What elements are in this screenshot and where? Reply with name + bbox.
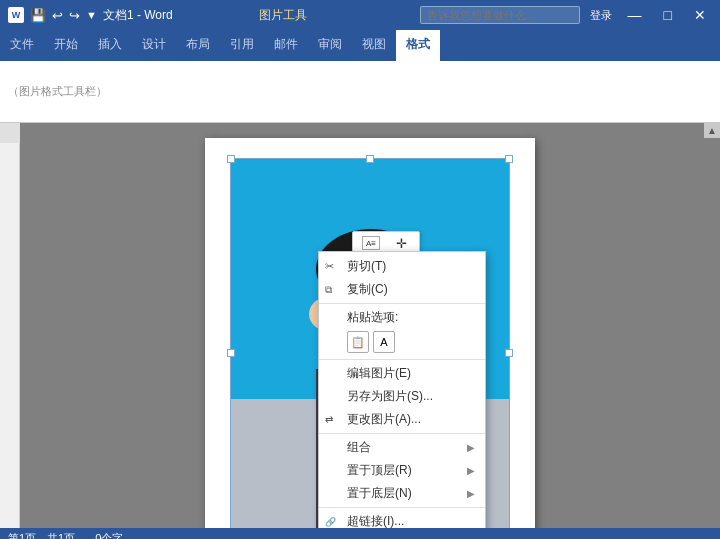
- group-label: 组合: [347, 439, 371, 456]
- document-area: ▲: [20, 123, 720, 528]
- style-icon: A≡: [362, 236, 380, 250]
- status-bar: 第1页，共1页 0个字: [0, 528, 720, 539]
- bring-front-arrow: ▶: [467, 465, 475, 476]
- context-menu-group[interactable]: 组合 ▶: [319, 436, 485, 459]
- change-image-label: 更改图片(A)...: [347, 411, 421, 428]
- copy-icon: ⧉: [325, 284, 332, 296]
- paste-icons-row: 📋 A: [319, 329, 485, 357]
- separator-2: [319, 359, 485, 360]
- title-bar-left: W 💾 ↩ ↪ ▼ 文档1 - Word 图片工具: [8, 7, 307, 24]
- context-menu-bring-front[interactable]: 置于顶层(R) ▶: [319, 459, 485, 482]
- hyperlink-icon: 🔗: [325, 517, 336, 527]
- handle-top-left[interactable]: [227, 155, 235, 163]
- login-button[interactable]: 登录: [590, 8, 612, 23]
- scrollbar[interactable]: ▲: [704, 123, 720, 138]
- context-menu-cut[interactable]: ✂ 剪切(T): [319, 255, 485, 278]
- tab-home[interactable]: 开始: [44, 30, 88, 61]
- save-icon[interactable]: 💾: [30, 8, 46, 23]
- tab-layout[interactable]: 布局: [176, 30, 220, 61]
- undo-icon[interactable]: ↩: [52, 8, 63, 23]
- change-icon: ⇄: [325, 414, 333, 425]
- left-ruler: [0, 123, 20, 528]
- tab-view[interactable]: 视图: [352, 30, 396, 61]
- separator-3: [319, 433, 485, 434]
- context-menu-edit-image[interactable]: 编辑图片(E): [319, 362, 485, 385]
- context-menu-send-back[interactable]: 置于底层(N) ▶: [319, 482, 485, 505]
- ribbon-content: （图片格式工具栏）: [0, 61, 720, 123]
- handle-top-center[interactable]: [366, 155, 374, 163]
- tab-references[interactable]: 引用: [220, 30, 264, 61]
- ribbon-placeholder: （图片格式工具栏）: [8, 84, 107, 99]
- tab-file[interactable]: 文件: [0, 30, 44, 61]
- document-title: 文档1 - Word: [103, 7, 173, 24]
- paste-icon-2[interactable]: A: [373, 331, 395, 353]
- send-back-arrow: ▶: [467, 488, 475, 499]
- paste-options-header: 粘贴选项:: [319, 306, 485, 329]
- title-bar-right: 登录 — □ ✕: [420, 6, 712, 24]
- handle-middle-right[interactable]: [505, 349, 513, 357]
- crop-icon: ✛: [392, 236, 410, 250]
- restore-button[interactable]: □: [658, 7, 678, 23]
- context-menu-save-as[interactable]: 另存为图片(S)...: [319, 385, 485, 408]
- copy-label: 复制(C): [347, 281, 388, 298]
- word-icon: W: [8, 7, 24, 23]
- minimize-button[interactable]: —: [622, 7, 648, 23]
- word-count: 0个字: [95, 531, 123, 540]
- tab-format[interactable]: 格式: [396, 30, 440, 61]
- paste-options-label: 粘贴选项:: [347, 309, 398, 326]
- title-bar: W 💾 ↩ ↪ ▼ 文档1 - Word 图片工具 登录 — □ ✕: [0, 0, 720, 30]
- context-menu: ✂ 剪切(T) ⧉ 复制(C) 粘贴选项: 📋 A 编辑图片(E): [318, 251, 486, 528]
- customize-icon[interactable]: ▼: [86, 9, 97, 21]
- send-back-label: 置于底层(N): [347, 485, 412, 502]
- tab-design[interactable]: 设计: [132, 30, 176, 61]
- bring-front-label: 置于顶层(R): [347, 462, 412, 479]
- page-info: 第1页，共1页: [8, 531, 75, 540]
- cut-icon: ✂: [325, 260, 334, 273]
- tab-mailings[interactable]: 邮件: [264, 30, 308, 61]
- separator-1: [319, 303, 485, 304]
- save-as-label: 另存为图片(S)...: [347, 388, 433, 405]
- handle-top-right[interactable]: [505, 155, 513, 163]
- tab-review[interactable]: 审阅: [308, 30, 352, 61]
- redo-icon[interactable]: ↪: [69, 8, 80, 23]
- close-button[interactable]: ✕: [688, 7, 712, 23]
- context-menu-hyperlink[interactable]: 🔗 超链接(I)...: [319, 510, 485, 528]
- handle-middle-left[interactable]: [227, 349, 235, 357]
- cut-label: 剪切(T): [347, 258, 386, 275]
- scroll-up-icon[interactable]: ▲: [707, 123, 717, 138]
- tab-insert[interactable]: 插入: [88, 30, 132, 61]
- tools-category: 图片工具: [259, 7, 307, 24]
- separator-4: [319, 507, 485, 508]
- paste-icon-1[interactable]: 📋: [347, 331, 369, 353]
- context-menu-copy[interactable]: ⧉ 复制(C): [319, 278, 485, 301]
- hyperlink-label: 超链接(I)...: [347, 513, 404, 528]
- edit-image-label: 编辑图片(E): [347, 365, 411, 382]
- group-arrow: ▶: [467, 442, 475, 453]
- main-area: ▲: [0, 123, 720, 528]
- context-menu-change-image[interactable]: ⇄ 更改图片(A)...: [319, 408, 485, 431]
- ribbon-tabs: 文件 开始 插入 设计 布局 引用 邮件 审阅 视图 格式: [0, 30, 720, 61]
- search-input[interactable]: [420, 6, 580, 24]
